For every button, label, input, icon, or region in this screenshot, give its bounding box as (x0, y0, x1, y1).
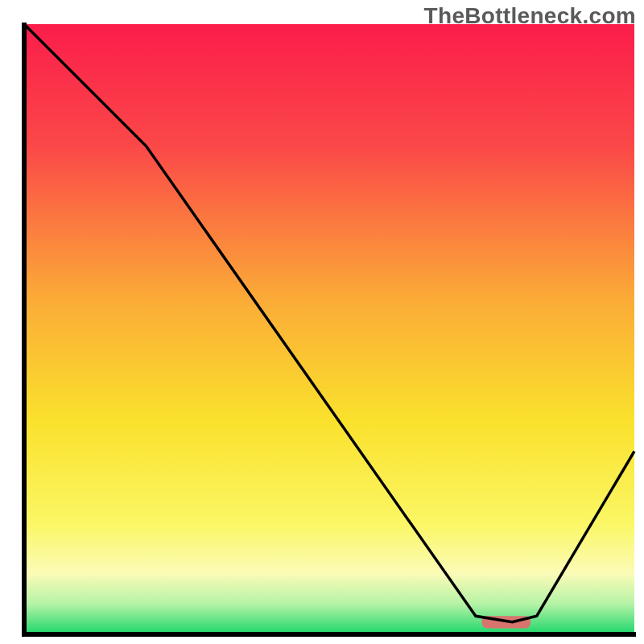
bottleneck-chart (0, 0, 644, 644)
chart-container: TheBottleneck.com (0, 0, 644, 644)
watermark-text: TheBottleneck.com (424, 3, 636, 29)
